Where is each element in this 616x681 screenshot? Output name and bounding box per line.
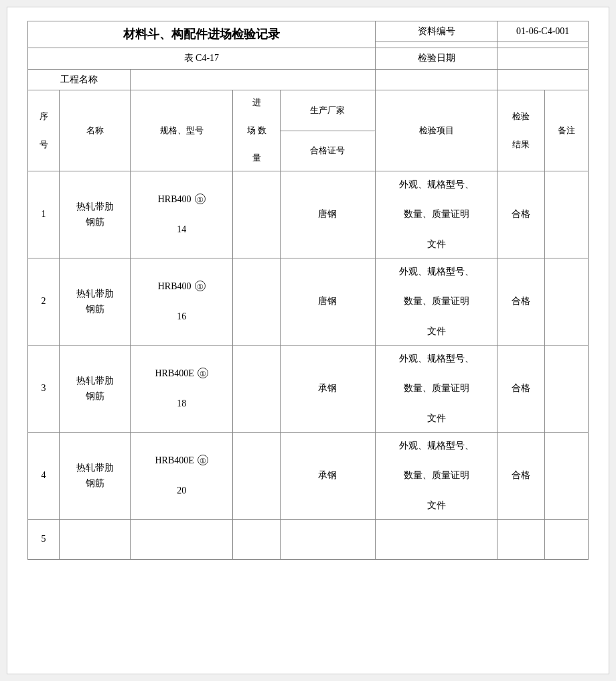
header-name: 名称	[60, 90, 131, 171]
cell-mfr-2: 唐钢	[281, 258, 375, 346]
cell-remark-1	[545, 171, 589, 258]
cell-remark-5	[545, 520, 589, 560]
document-subtitle: 表 C4-17	[28, 48, 376, 69]
table-row: 5	[28, 520, 589, 560]
cell-qty-2	[233, 258, 281, 346]
cell-result-1: 合格	[497, 171, 545, 258]
cell-name-5	[60, 520, 131, 560]
cell-mfr-3: 承钢	[281, 346, 375, 433]
inspection-date-label	[375, 42, 497, 48]
cell-inspect-2: 外观、规格型号、 数量、质量证明 文件	[375, 258, 497, 346]
header-remark: 备注	[545, 90, 589, 171]
cell-spec-2: HRB400 ①16	[131, 258, 233, 346]
circle-mark-3: ①	[198, 368, 208, 378]
cell-inspect-4: 外观、规格型号、 数量、质量证明 文件	[375, 433, 497, 520]
cell-qty-1	[233, 171, 281, 258]
cell-name-4: 热轧带肋 钢筋	[60, 433, 131, 520]
cell-spec-5	[131, 520, 233, 560]
title-row: 材料斗、构配件进场检验记录 资料编号 01-06-C4-001	[28, 21, 589, 42]
header-mfr: 生产厂家	[281, 90, 375, 131]
cell-inspect-5	[375, 520, 497, 560]
cell-result-2: 合格	[497, 258, 545, 346]
resource-number-value: 01-06-C4-001	[497, 21, 589, 42]
cell-mfr-5	[281, 520, 375, 560]
subtitle-row: 表 C4-17 检验日期	[28, 48, 589, 69]
cell-result-4: 合格	[497, 433, 545, 520]
table-row: 2 热轧带肋 钢筋 HRB400 ①16 唐钢 外观、规格型号、 数量、质量证明…	[28, 258, 589, 346]
header-qty: 进 场 数 量	[233, 90, 281, 171]
cell-seq-1: 1	[28, 171, 60, 258]
cell-qty-4	[233, 433, 281, 520]
resource-number-label: 资料编号	[375, 21, 497, 42]
cell-seq-3: 3	[28, 346, 60, 433]
cell-remark-2	[545, 258, 589, 346]
cell-name-2: 热轧带肋 钢筋	[60, 258, 131, 346]
cell-name-3: 热轧带肋 钢筋	[60, 346, 131, 433]
circle-mark-1: ①	[195, 194, 206, 204]
cell-seq-5: 5	[28, 520, 60, 560]
column-headers: 序 号 名称 规格、型号 进 场 数 量 生产厂家 检验项目 检验 结果 备注	[28, 90, 589, 131]
page: 材料斗、构配件进场检验记录 资料编号 01-06-C4-001 表 C4-17 …	[7, 7, 609, 674]
cell-qty-5	[233, 520, 281, 560]
cell-seq-4: 4	[28, 433, 60, 520]
table-row: 3 热轧带肋 钢筋 HRB400E ①18 承钢 外观、规格型号、 数量、质量证…	[28, 346, 589, 433]
cell-remark-3	[545, 346, 589, 433]
cell-spec-3: HRB400E ①18	[131, 346, 233, 433]
cell-seq-2: 2	[28, 258, 60, 346]
cell-mfr-4: 承钢	[281, 433, 375, 520]
project-name-label: 工程名称	[28, 69, 131, 90]
cell-name-1: 热轧带肋 钢筋	[60, 171, 131, 258]
cell-inspect-3: 外观、规格型号、 数量、质量证明 文件	[375, 346, 497, 433]
circle-mark-4: ①	[198, 455, 208, 465]
header-inspect: 检验项目	[375, 90, 497, 171]
table-row: 1 热轧带肋 钢筋 HRB400 ①14 唐钢 外观、规格型号、 数量、质量证明…	[28, 171, 589, 258]
cell-inspect-1: 外观、规格型号、 数量、质量证明 文件	[375, 171, 497, 258]
cell-spec-1: HRB400 ①14	[131, 171, 233, 258]
project-name-row: 工程名称	[28, 69, 589, 90]
cell-result-5	[497, 520, 545, 560]
inspection-date-value-2	[497, 48, 589, 69]
inspection-date-value-3	[497, 69, 589, 90]
inspection-date-label-2: 检验日期	[375, 48, 497, 69]
cell-spec-4: HRB400E ①20	[131, 433, 233, 520]
cell-remark-4	[545, 433, 589, 520]
table-row: 4 热轧带肋 钢筋 HRB400E ①20 承钢 外观、规格型号、 数量、质量证…	[28, 433, 589, 520]
cell-mfr-1: 唐钢	[281, 171, 375, 258]
main-table: 材料斗、构配件进场检验记录 资料编号 01-06-C4-001 表 C4-17 …	[27, 21, 589, 560]
header-spec: 规格、型号	[131, 90, 233, 171]
header-seq: 序 号	[28, 90, 60, 171]
cell-result-3: 合格	[497, 346, 545, 433]
inspection-date-value	[497, 42, 589, 48]
cell-qty-3	[233, 346, 281, 433]
document-title: 材料斗、构配件进场检验记录	[28, 21, 376, 48]
header-cert: 合格证号	[281, 131, 375, 171]
project-name-value	[131, 69, 375, 90]
header-result: 检验 结果	[497, 90, 545, 171]
circle-mark-2: ①	[195, 281, 206, 291]
inspection-date-label-3	[375, 69, 497, 90]
